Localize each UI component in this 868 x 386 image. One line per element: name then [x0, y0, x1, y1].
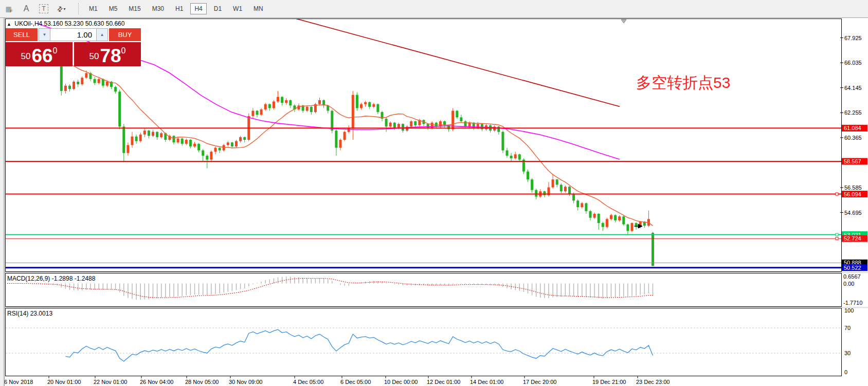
- fast-ma-line: [57, 55, 653, 226]
- chart-shift-marker: [621, 20, 626, 23]
- time-label: 17 Dec 20:00: [523, 379, 556, 385]
- time-label: 10 Dec 00:00: [384, 379, 418, 385]
- line-handle: [836, 233, 838, 236]
- rsi-pane: [6, 328, 841, 361]
- macd-label: MACD(12,26,9) -1.2898 -1.2488: [7, 275, 95, 282]
- timeframe-group: M1M5M15M30H1H4D1W1MN: [83, 3, 269, 14]
- svg-text:0.6567: 0.6567: [843, 273, 861, 280]
- tf-h4-button[interactable]: H4: [190, 3, 206, 14]
- time-label: 28 Nov 05:00: [185, 379, 219, 385]
- time-label: 6 Dec 05:00: [340, 379, 371, 385]
- window-left-edge: [0, 18, 5, 386]
- volume-increase-button[interactable]: ▲: [96, 28, 108, 41]
- svg-text:52.724: 52.724: [844, 235, 861, 242]
- tf-m5-button[interactable]: M5: [105, 3, 122, 14]
- time-label: 12 Dec 01:00: [427, 379, 460, 385]
- time-label: 30 Nov 09:00: [229, 379, 262, 385]
- text-label-tool-icon[interactable]: T: [37, 2, 50, 15]
- macd-pane: [7, 277, 653, 300]
- sell-price-int: 50: [21, 51, 31, 62]
- svg-text:30: 30: [844, 350, 851, 356]
- svg-text:-1.7710: -1.7710: [843, 300, 862, 306]
- line-handle: [836, 193, 838, 195]
- tf-m15-button[interactable]: M15: [124, 3, 144, 14]
- buy-button[interactable]: BUY: [109, 28, 141, 41]
- volume-decrease-button[interactable]: ▼: [39, 28, 50, 41]
- sell-price-box[interactable]: 50 66 0: [6, 42, 73, 66]
- tf-m30-button[interactable]: M30: [148, 3, 168, 14]
- buy-price-box[interactable]: 50 78 0: [74, 42, 141, 66]
- svg-text:0: 0: [844, 369, 847, 375]
- svg-text:58.567: 58.567: [844, 158, 861, 164]
- volume-input[interactable]: [50, 28, 96, 41]
- tf-d1-button[interactable]: D1: [210, 3, 226, 14]
- svg-text:54.695: 54.695: [844, 210, 862, 216]
- svg-text:61.084: 61.084: [844, 125, 861, 131]
- svg-text:56.585: 56.585: [844, 185, 862, 191]
- buy-price-pip: 0: [121, 46, 126, 56]
- collapse-arrow-icon[interactable]: ▲: [7, 22, 11, 27]
- time-label: 20 Nov 01:00: [47, 379, 81, 385]
- tf-mn-button[interactable]: MN: [249, 3, 267, 14]
- svg-text:64.145: 64.145: [844, 85, 862, 91]
- svg-text:67.925: 67.925: [844, 35, 862, 41]
- toolbar-separator: [78, 3, 79, 14]
- time-label: 26 Nov 04:00: [140, 379, 173, 385]
- svg-text:66.035: 66.035: [844, 60, 862, 66]
- time-label: 19 Dec 21:00: [592, 379, 626, 385]
- time-label: 14 Dec 01:00: [470, 379, 503, 385]
- sell-price-big: 66: [31, 48, 52, 64]
- buy-price-int: 50: [89, 51, 99, 62]
- svg-text:60.365: 60.365: [844, 135, 862, 141]
- macd-signal-line: [7, 278, 653, 298]
- tf-m1-button[interactable]: M1: [85, 3, 102, 14]
- objects-tool-icon[interactable]: ⇄▾: [55, 2, 68, 15]
- rsi-line: [65, 329, 653, 361]
- descending-trendline: [278, 14, 620, 107]
- svg-text:50.522: 50.522: [844, 265, 861, 271]
- symbol-quote-line: UKOil-,H4 53.160 53.230 50.630 50.660: [14, 20, 124, 27]
- svg-text:62.255: 62.255: [844, 109, 862, 116]
- svg-text:70: 70: [844, 325, 851, 331]
- font-tool-icon[interactable]: A: [20, 2, 33, 15]
- annotation-text: 多空转折点53: [636, 72, 730, 94]
- sell-button[interactable]: SELL: [6, 28, 38, 41]
- tf-w1-button[interactable]: W1: [229, 3, 246, 14]
- time-label: 16 Nov 2018: [1, 379, 33, 385]
- one-click-trading-panel: SELL ▼ ▲ BUY 50 66 0 50 78 0: [6, 28, 141, 66]
- time-label: 23 Dec 23:00: [636, 379, 670, 385]
- svg-text:100: 100: [844, 307, 854, 314]
- line-handle: [836, 237, 838, 240]
- time-label: 4 Dec 05:00: [293, 379, 323, 385]
- svg-text:56.094: 56.094: [844, 191, 861, 197]
- svg-text:0.00: 0.00: [843, 281, 854, 287]
- chart-title: ▲ UKOil-,H4 53.160 53.230 50.630 50.660: [7, 20, 124, 27]
- rsi-label: RSI(14) 23.0013: [7, 310, 52, 317]
- buy-price-big: 78: [100, 48, 121, 64]
- grid-icon[interactable]: ▦F: [2, 2, 15, 15]
- tf-h1-button[interactable]: H1: [171, 3, 187, 14]
- sell-price-pip: 0: [53, 46, 58, 56]
- mt4-window: { "toolbar": { "icons": [ {"name":"grid-…: [0, 0, 868, 386]
- top-toolbar: ▦F A T ⇄▾ M1M5M15M30H1H4D1W1MN: [0, 0, 868, 18]
- macd-pane-border: [6, 273, 842, 307]
- time-label: 22 Nov 01:00: [94, 379, 127, 385]
